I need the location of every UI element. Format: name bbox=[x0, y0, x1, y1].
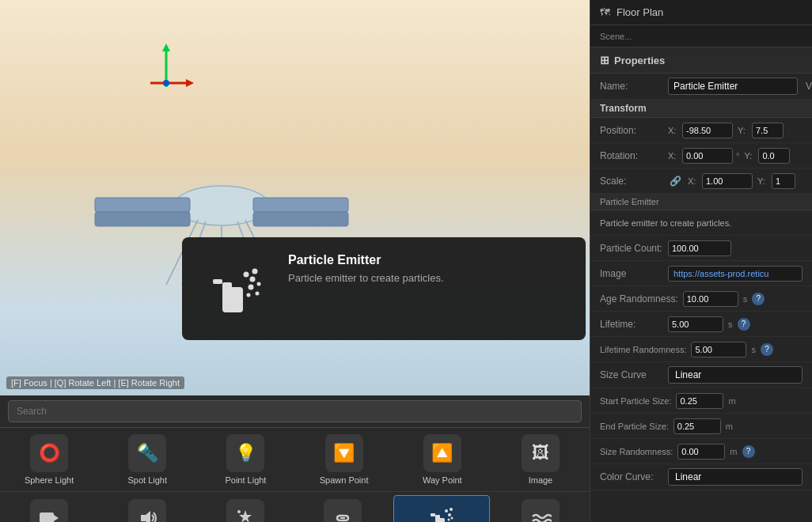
position-row: Position: X: Y: bbox=[590, 118, 812, 143]
secondary-tab[interactable]: Scene... bbox=[600, 32, 632, 41]
svg-point-23 bbox=[247, 293, 251, 297]
svg-point-20 bbox=[252, 269, 258, 274]
toolbar-item-link[interactable]: Link bbox=[295, 495, 390, 522]
rotation-y-input[interactable] bbox=[758, 148, 790, 164]
point-light-icon: 💡 bbox=[226, 434, 264, 472]
toolbar-item-simple-water[interactable]: Simple Water bbox=[493, 495, 588, 522]
transform-section: Transform bbox=[590, 100, 812, 118]
toolbar-item-particle-emitter[interactable]: Particle Emitter bbox=[393, 495, 490, 522]
particle-description: Particle emitter to create particles. bbox=[600, 218, 731, 228]
color-curve-value[interactable]: Linear bbox=[668, 468, 803, 486]
svg-point-19 bbox=[250, 277, 256, 282]
age-randomness-unit: s bbox=[743, 294, 748, 304]
lifetime-label: Lifetime: bbox=[600, 319, 663, 330]
svg-rect-16 bbox=[222, 282, 232, 290]
audio-icon bbox=[128, 499, 166, 522]
svg-marker-26 bbox=[54, 515, 59, 521]
size-randomness-help[interactable]: ? bbox=[742, 445, 755, 458]
rotation-label: Rotation: bbox=[600, 150, 663, 161]
lifetime-randomness-help[interactable]: ? bbox=[761, 343, 773, 356]
lifetime-randomness-input[interactable] bbox=[691, 342, 746, 357]
svg-point-28 bbox=[237, 510, 241, 513]
size-curve-row: Size Curve Linear bbox=[590, 362, 812, 388]
lifetime-randomness-row: Lifetime Randomness: s ? bbox=[590, 337, 812, 362]
search-input[interactable] bbox=[8, 400, 582, 422]
end-particle-size-input[interactable] bbox=[674, 418, 721, 434]
age-randomness-label: Age Randomness: bbox=[600, 293, 678, 304]
scale-x-input[interactable] bbox=[702, 173, 753, 189]
spawn-point-icon: 🔽 bbox=[325, 434, 363, 472]
scale-y-label: Y: bbox=[757, 176, 768, 186]
properties-section-header: ⊞ Properties bbox=[590, 47, 812, 74]
position-label: Position: bbox=[600, 125, 663, 136]
viewport[interactable]: [F] Focus | [Q] Rotate Left | [E] Rotate… bbox=[0, 0, 590, 522]
right-panel: 🗺 Floor Plan Scene... ⊞ Properties Name:… bbox=[590, 0, 812, 522]
toolbar-item-audio[interactable]: Audio bbox=[100, 495, 195, 522]
particle-count-input[interactable] bbox=[668, 240, 731, 256]
color-curve-row: Color Curve: Linear bbox=[590, 464, 812, 490]
link-icon bbox=[324, 499, 362, 522]
image-label: Image bbox=[529, 475, 553, 485]
svg-point-37 bbox=[448, 519, 450, 521]
svg-rect-33 bbox=[431, 513, 435, 516]
svg-rect-17 bbox=[213, 279, 222, 284]
size-curve-value[interactable]: Linear bbox=[668, 366, 803, 384]
particle-count-row: Particle Count: bbox=[590, 236, 812, 261]
position-x-group: X: bbox=[668, 123, 733, 138]
position-x-input[interactable] bbox=[682, 123, 733, 138]
svg-rect-7 bbox=[95, 212, 190, 226]
position-y-group: Y: bbox=[738, 123, 784, 138]
floor-plan-label: Floor Plan bbox=[617, 6, 663, 18]
toolbar-item-video[interactable]: Video bbox=[2, 495, 97, 522]
lock-icon[interactable]: 🔗 bbox=[670, 176, 681, 187]
rotation-x-group: X: ° bbox=[668, 148, 739, 164]
svg-marker-1 bbox=[162, 44, 170, 51]
transform-label: Transform bbox=[600, 103, 647, 114]
toolbar-items: ⭕ Sphere Light 🔦 Spot Light 💡 Point Ligh… bbox=[0, 428, 590, 522]
toolbar-item-spawn-point[interactable]: 🔽 Spawn Point bbox=[297, 431, 392, 488]
end-particle-size-row: End Particle Size: m bbox=[590, 414, 812, 439]
simple-water-icon bbox=[522, 499, 560, 522]
toolbar-item-spawner[interactable]: Spawner bbox=[198, 495, 293, 522]
image-url-value[interactable]: https://assets-prod.reticu bbox=[668, 266, 803, 282]
rotation-y-label: Y: bbox=[744, 151, 755, 161]
rotation-y-group: Y: bbox=[744, 148, 790, 164]
scale-y-input[interactable] bbox=[772, 173, 795, 189]
start-particle-size-input[interactable] bbox=[676, 393, 723, 409]
svg-marker-3 bbox=[186, 79, 194, 87]
position-y-label: Y: bbox=[738, 126, 749, 135]
age-randomness-help[interactable]: ? bbox=[752, 293, 765, 305]
toolbar-item-way-point[interactable]: 🔼 Way Point bbox=[395, 431, 490, 488]
age-randomness-input[interactable] bbox=[683, 291, 738, 307]
floor-plan-icon: 🗺 bbox=[600, 6, 610, 18]
visible-label: Visibl bbox=[806, 81, 812, 92]
particle-emitter-icon bbox=[423, 499, 461, 522]
lifetime-help[interactable]: ? bbox=[738, 318, 750, 331]
viewport-hint: [F] Focus | [Q] Rotate Left | [E] Rotate… bbox=[6, 376, 184, 389]
svg-marker-27 bbox=[141, 511, 150, 522]
svg-rect-9 bbox=[253, 212, 348, 226]
svg-point-22 bbox=[257, 282, 261, 286]
size-randomness-unit: m bbox=[730, 447, 737, 456]
image-prop-label: Image bbox=[600, 268, 663, 279]
size-randomness-input[interactable] bbox=[677, 444, 725, 460]
svg-point-18 bbox=[244, 272, 249, 278]
rotation-row: Rotation: X: ° Y: bbox=[590, 143, 812, 168]
lifetime-input[interactable] bbox=[668, 316, 723, 332]
toolbar-item-point-light[interactable]: 💡 Point Light bbox=[198, 431, 293, 488]
svg-point-36 bbox=[450, 508, 453, 511]
sphere-light-label: Sphere Light bbox=[25, 475, 74, 485]
tooltip-text: Particle Emitter Particle emitter to cre… bbox=[288, 253, 444, 284]
position-y-input[interactable] bbox=[752, 123, 784, 138]
scale-y-group: Y: bbox=[757, 173, 795, 189]
svg-rect-8 bbox=[253, 198, 348, 212]
toolbar-item-image[interactable]: 🖼 Image bbox=[493, 431, 588, 488]
toolbar: ⭕ Sphere Light 🔦 Spot Light 💡 Point Ligh… bbox=[0, 395, 590, 522]
toolbar-item-sphere-light[interactable]: ⭕ Sphere Light bbox=[2, 431, 97, 488]
svg-point-24 bbox=[256, 292, 260, 296]
toolbar-item-spot-light[interactable]: 🔦 Spot Light bbox=[100, 431, 195, 488]
panel-header: 🗺 Floor Plan bbox=[590, 0, 812, 25]
name-input[interactable] bbox=[668, 78, 798, 95]
svg-point-38 bbox=[451, 517, 453, 520]
rotation-x-input[interactable] bbox=[682, 148, 733, 164]
